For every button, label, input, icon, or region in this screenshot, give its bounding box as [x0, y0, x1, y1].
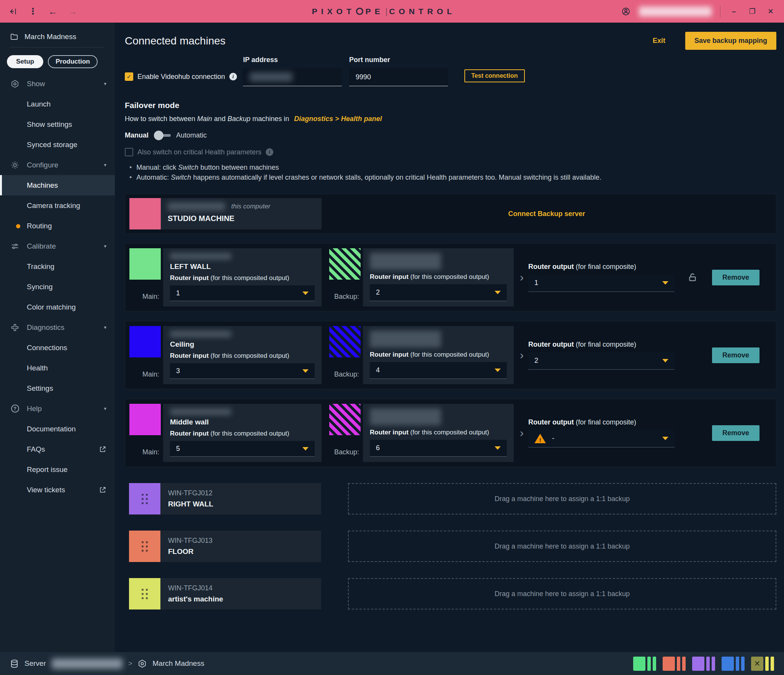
sidebar-item-help[interactable]: Help [0, 398, 115, 419]
sidebar-item-syncing[interactable]: Syncing [0, 277, 115, 297]
backup-label: Backup: [329, 448, 361, 456]
gear-icon [10, 161, 20, 170]
health-plus-icon [10, 323, 20, 332]
machine-color-swatch[interactable] [129, 531, 160, 562]
page-title: Connected machines [125, 35, 225, 47]
sidebar-item-synced-storage[interactable]: Synced storage [0, 134, 115, 155]
machine-card[interactable]: WIN-TFGJ013 FLOOR [129, 531, 321, 562]
sidebar-item-tracking[interactable]: Tracking [0, 256, 115, 277]
chevron-down-icon [662, 359, 668, 362]
unlock-icon[interactable] [688, 272, 697, 282]
main-machine-card: LEFT WALL Router input (for this composi… [163, 248, 322, 306]
sidebar-item-launch[interactable]: Launch [0, 94, 115, 114]
router-output-dropdown[interactable]: 1 [528, 274, 675, 292]
failover-mode-switch[interactable] [154, 131, 171, 140]
sidebar-item-routing[interactable]: Routing [0, 216, 115, 236]
failover-heading: Failover mode [125, 101, 776, 110]
main-machine-card: Ceiling Router input (for this composite… [163, 326, 322, 384]
info-icon[interactable] [229, 73, 237, 80]
folder-icon [10, 33, 18, 41]
sidebar-item-machines[interactable]: Machines [0, 175, 115, 195]
redacted-server-name[interactable] [52, 659, 122, 669]
chevron-down-icon [302, 292, 309, 295]
sidebar-item-show-settings[interactable]: Show settings [0, 114, 115, 134]
titlebar: PIXOTPE | CONTROL – ❐ ✕ [0, 0, 784, 23]
redacted-username[interactable] [639, 7, 712, 16]
collapse-sidebar-icon[interactable] [8, 7, 18, 16]
failover-mode-toggle-row: Manual Automatic [125, 131, 776, 140]
server-label: Server [24, 659, 46, 668]
current-show-name[interactable]: March Madness [152, 659, 204, 668]
machine-name: STUDIO MACHINE [168, 214, 270, 223]
setup-tab[interactable]: Setup [7, 55, 43, 68]
minimize-button[interactable]: – [729, 7, 739, 16]
machine-color-swatch[interactable] [129, 483, 160, 514]
sidebar-item-calibrate[interactable]: Calibrate [0, 236, 115, 256]
router-output-dropdown[interactable]: 2 [528, 352, 675, 370]
sidebar-item-show[interactable]: Show [0, 74, 115, 94]
back-icon[interactable] [48, 7, 57, 16]
router-output-dropdown[interactable]: - [528, 430, 675, 447]
maximize-button[interactable]: ❐ [747, 7, 757, 16]
unassigned-machine-row: WIN-TFGJ014 artist's machine Drag a mach… [125, 578, 776, 609]
backup-machine-card: Router input (for this composited output… [363, 248, 514, 306]
save-backup-mapping-button[interactable]: Save backup mapping [685, 32, 776, 50]
enable-videohub-checkbox[interactable] [125, 72, 133, 81]
enable-videohub-label: Enable Videohub connection [137, 73, 225, 81]
backup-dropzone[interactable]: Drag a machine here to assign a 1:1 back… [348, 483, 776, 514]
sidebar-item-color-matching[interactable]: Color matching [0, 297, 115, 317]
show-icon [10, 79, 20, 88]
close-button[interactable]: ✕ [766, 7, 776, 16]
status-indicator-group[interactable] [722, 657, 745, 671]
sidebar-item-health[interactable]: Health [0, 358, 115, 378]
backup-dropzone[interactable]: Drag a machine here to assign a 1:1 back… [348, 531, 776, 562]
router-input-main-dropdown[interactable]: 3 [170, 363, 315, 379]
exit-link[interactable]: Exit [653, 37, 665, 45]
remove-button[interactable]: Remove [712, 270, 760, 285]
machine-name: artist's machine [168, 595, 223, 603]
port-number-input[interactable]: 9990 [349, 68, 448, 86]
project-selector[interactable]: March Madness [0, 28, 115, 47]
external-link-icon [99, 446, 106, 453]
test-connection-button[interactable]: Test connection [464, 69, 525, 82]
forward-icon [68, 7, 77, 16]
ip-address-input[interactable] [243, 68, 342, 86]
router-input-main-dropdown[interactable]: 5 [170, 441, 315, 457]
status-indicator-group[interactable]: ✕ [751, 657, 774, 671]
sidebar-item-camera-tracking[interactable]: Camera tracking [0, 195, 115, 216]
router-input-backup-dropdown[interactable]: 2 [370, 284, 507, 301]
connect-backup-server-link[interactable]: Connect Backup server [322, 210, 772, 218]
switch-track [162, 134, 171, 137]
sidebar-item-configure[interactable]: Configure [0, 155, 115, 175]
health-panel-link[interactable]: Diagnostics > Health panel [294, 115, 382, 123]
machine-card[interactable]: WIN-TFGJ014 artist's machine [129, 578, 321, 609]
status-indicator-group[interactable] [663, 657, 686, 671]
info-icon[interactable] [266, 148, 273, 156]
kebab-menu-icon[interactable] [28, 7, 38, 16]
user-icon[interactable] [621, 7, 630, 16]
sidebar-item-report-issue[interactable]: Report issue [0, 459, 115, 480]
router-input-backup-dropdown[interactable]: 6 [370, 440, 507, 457]
production-tab[interactable]: Production [48, 55, 98, 68]
chevron-down-icon [302, 447, 309, 451]
sidebar-item-faqs[interactable]: FAQs [0, 439, 115, 459]
studio-machine-card: this computer STUDIO MACHINE [129, 198, 322, 229]
machine-card[interactable]: WIN-TFGJ012 RIGHT WALL [129, 483, 321, 514]
status-indicator-group[interactable] [633, 657, 656, 671]
remove-button[interactable]: Remove [712, 347, 760, 363]
sidebar-item-diagnostics[interactable]: Diagnostics [0, 317, 115, 338]
backup-dropzone[interactable]: Drag a machine here to assign a 1:1 back… [348, 578, 776, 609]
sidebar-item-settings[interactable]: Settings [0, 378, 115, 398]
machine-color-swatch[interactable] [129, 578, 160, 609]
sidebar-item-documentation[interactable]: Documentation [0, 419, 115, 439]
redacted-hostname [370, 331, 441, 347]
remove-button[interactable]: Remove [712, 425, 760, 441]
critical-health-checkbox[interactable] [125, 148, 133, 156]
router-input-main-dropdown[interactable]: 1 [170, 285, 315, 301]
router-input-backup-dropdown[interactable]: 4 [370, 362, 507, 379]
chevron-down-icon [104, 406, 106, 411]
sidebar-item-view-tickets[interactable]: View tickets [0, 480, 115, 500]
status-indicator-group[interactable] [692, 657, 715, 671]
sidebar-item-connections[interactable]: Connections [0, 338, 115, 358]
chevron-down-icon [104, 81, 106, 87]
